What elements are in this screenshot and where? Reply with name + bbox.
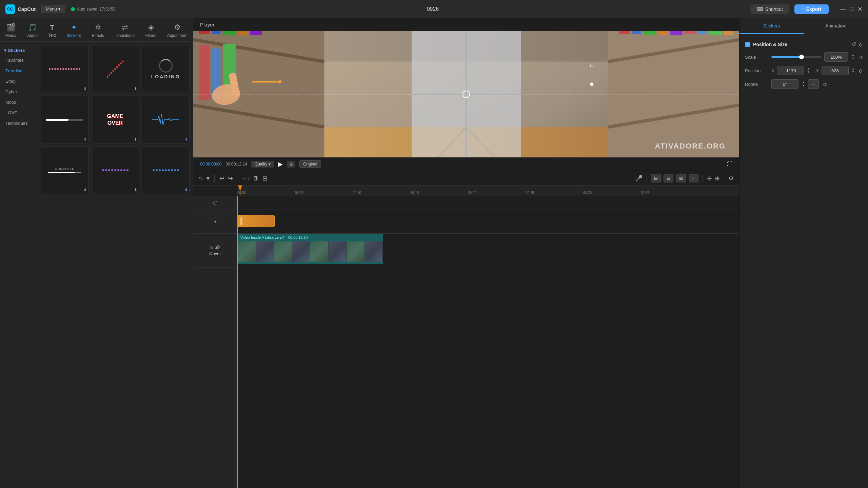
x-down-btn[interactable]: ▼	[807, 71, 810, 74]
download-icon[interactable]: ⬇	[184, 188, 188, 192]
rotate-label: Rotate	[745, 82, 769, 87]
sticker-clip[interactable]	[237, 215, 275, 227]
original-button[interactable]: Original	[299, 160, 321, 168]
download-icon[interactable]: ⬇	[83, 137, 87, 142]
menu-button[interactable]: Menu ▾	[41, 5, 65, 13]
sticker-track-content	[237, 210, 739, 234]
cat-techniques[interactable]: Techniques	[0, 118, 37, 129]
link-clips-button[interactable]: ⊞	[651, 174, 661, 182]
sticker-item-pink-dots[interactable]: ⬇	[41, 45, 88, 93]
y-up-btn[interactable]: ▲	[851, 67, 855, 71]
titlebar: CC CapCut Menu ▾ Auto saved: 17:36:53 09…	[0, 0, 868, 18]
player-controls: 00:00:00:00 00:00:12:14 Quality ▾ ▶ ⊞ Or…	[193, 157, 739, 171]
shortcut-label: Shortcut	[765, 6, 783, 12]
scale-value[interactable]: 100%	[824, 52, 848, 62]
insert-button[interactable]: ⊢	[689, 174, 698, 182]
redo-button[interactable]: ↪	[228, 175, 233, 182]
select-chevron-button[interactable]: ▾	[206, 175, 210, 182]
sticker-item-heartbeat[interactable]: ⬇	[142, 96, 190, 143]
sticker-item-complete[interactable]: COMPLETE ⬇	[41, 146, 88, 194]
cat-trending[interactable]: Trending	[0, 65, 37, 76]
download-icon[interactable]: ⬇	[134, 86, 137, 91]
split-button[interactable]: ⟺	[243, 176, 250, 181]
nav-audio[interactable]: 🎵 Audio	[23, 22, 42, 39]
x-up-btn[interactable]: ▲	[807, 67, 810, 71]
close-button[interactable]: ✕	[857, 5, 863, 13]
video-clip[interactable]: Video Inside A Library.mp4 00:00:12:14	[237, 234, 383, 264]
cat-favorites[interactable]: Favorites	[0, 55, 37, 65]
undo-button[interactable]: ↩	[219, 175, 224, 182]
sticker-item-game-over[interactable]: GAMEOVER ⬇	[91, 96, 139, 143]
mirror-button[interactable]: ⊟	[262, 175, 268, 182]
rotate-diamond[interactable]: ◇	[823, 81, 827, 87]
scale-down-btn[interactable]: ▼	[851, 57, 855, 60]
mic-button[interactable]: 🎤	[635, 175, 643, 182]
sticker-item-loading[interactable]: LOADING	[142, 45, 190, 93]
player-viewport[interactable]: ATIVADORE.ORG	[193, 31, 739, 157]
svg-rect-47	[590, 64, 593, 66]
nav-filters[interactable]: ◈ Filters	[141, 22, 161, 39]
position-diamond[interactable]: ◇	[859, 68, 863, 73]
svg-marker-48	[238, 186, 242, 191]
y-stepper: ▲ ▼	[851, 67, 855, 74]
maximize-button[interactable]: □	[850, 5, 853, 13]
rotate-value-box[interactable]: 0°	[771, 79, 798, 89]
props-tabs: Stickers Animation	[739, 18, 868, 34]
timeline-ruler: 00:00 00:05 00:10 00:15 00:20 00:25 00:3…	[237, 186, 739, 196]
tab-stickers[interactable]: Stickers	[739, 18, 804, 34]
nav-adjustment[interactable]: ⚙ Adjustment	[163, 22, 192, 39]
quality-button[interactable]: Quality ▾	[251, 161, 274, 168]
download-icon[interactable]: ⬇	[134, 137, 137, 142]
delete-button[interactable]: 🗑	[253, 175, 259, 182]
pb-track	[46, 119, 83, 121]
rotate-flip-btn[interactable]: −	[808, 79, 819, 89]
nav-transitions[interactable]: ⇌ Transitions	[111, 22, 139, 39]
download-icon[interactable]: ⬇	[134, 188, 137, 192]
download-icon[interactable]: ⬇	[83, 188, 87, 192]
cat-love[interactable]: LOVE	[0, 108, 37, 118]
nav-media[interactable]: 🎬 Media	[1, 22, 21, 39]
y-value-box[interactable]: 528	[822, 66, 849, 75]
position-size-checkbox[interactable]: ✓	[745, 42, 750, 47]
nav-text[interactable]: T Text	[44, 22, 60, 39]
rotate-down-btn[interactable]: ▼	[802, 84, 805, 87]
scale-up-btn[interactable]: ▲	[851, 54, 855, 57]
cat-mood[interactable]: Mood	[0, 97, 37, 108]
export-button[interactable]: ↑ Export	[794, 4, 829, 14]
fullscreen-button[interactable]: ⛶	[727, 161, 732, 167]
nav-effects[interactable]: ✲ Effects	[88, 22, 108, 39]
diamond-icon[interactable]: ◇	[859, 42, 863, 47]
nav-stickers[interactable]: ✦ Stickers	[62, 22, 85, 39]
sticker-item-blue-scatter[interactable]: ⬇	[142, 146, 190, 194]
sticker-item-progress-bar[interactable]: ⬇	[41, 96, 88, 143]
scale-diamond[interactable]: ◇	[859, 54, 863, 60]
nav-effects-label: Effects	[92, 33, 104, 38]
play-button[interactable]: ▶	[278, 160, 283, 168]
aspect-button[interactable]: ⊞	[287, 161, 295, 168]
y-down-btn[interactable]: ▼	[851, 71, 855, 74]
zoom-in-button[interactable]: ⊕	[715, 175, 720, 182]
heartbeat-visual	[147, 113, 184, 126]
download-icon[interactable]: ⬇	[83, 86, 87, 91]
sticker-item-red-diagonal[interactable]: ⬇	[91, 45, 139, 93]
scale-slider[interactable]	[771, 56, 822, 58]
minimize-button[interactable]: —	[840, 5, 846, 13]
magnet-button[interactable]: ⊟	[664, 174, 673, 182]
clip-left-handle[interactable]	[240, 217, 242, 225]
settings-button[interactable]: ⚙	[728, 175, 734, 182]
download-icon[interactable]: ⬇	[184, 137, 188, 142]
tab-animation[interactable]: Animation	[804, 18, 868, 34]
split-clips-button[interactable]: ⊠	[676, 174, 686, 182]
playhead-triangle	[237, 186, 243, 196]
cat-cyber[interactable]: Cyber	[0, 86, 37, 97]
reset-button[interactable]: ↺	[852, 41, 856, 47]
x-value-box[interactable]: -1173	[777, 66, 804, 75]
shortcut-button[interactable]: ⌨ Shortcut	[750, 4, 789, 14]
cat-emoji[interactable]: Emoji	[0, 76, 37, 86]
transitions-icon: ⇌	[122, 23, 128, 32]
rotate-up-btn[interactable]: ▲	[802, 81, 805, 84]
zoom-out-button[interactable]: ⊖	[707, 175, 712, 182]
ruler-mark-6: 00:30	[583, 191, 592, 195]
sticker-item-purple-scatter[interactable]: ⬇	[91, 146, 139, 194]
select-tool-button[interactable]: ↖	[199, 175, 203, 181]
